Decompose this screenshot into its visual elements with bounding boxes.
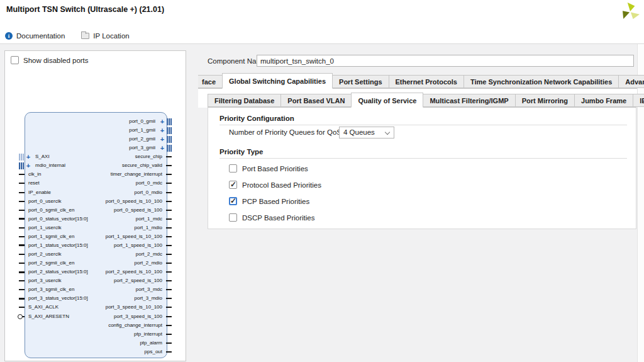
- priority-checkbox-row[interactable]: Protocol Based Priorities: [229, 180, 321, 189]
- port-label: port_2_mdc: [136, 250, 162, 259]
- expand-plus-icon[interactable]: +: [159, 144, 165, 152]
- main-tab[interactable]: Port Settings: [332, 75, 389, 88]
- block-port-left[interactable]: + port_1_userclk: [19, 223, 61, 232]
- block-port-right[interactable]: + port_3_speed_is_100: [114, 312, 172, 321]
- block-port-right[interactable]: + port_0_gmii: [129, 117, 172, 126]
- block-port-right[interactable]: + port_3_mdio: [135, 294, 172, 303]
- block-port-left[interactable]: + port_1_status_vector[15:0]: [19, 241, 88, 250]
- block-port-right[interactable]: + port_0_speed_is_10_100: [106, 197, 172, 206]
- show-disabled-ports-checkbox[interactable]: [11, 56, 19, 64]
- block-port-right[interactable]: + port_2_speed_is_100: [114, 276, 172, 285]
- priority-checkbox[interactable]: [229, 197, 237, 205]
- block-port-right[interactable]: + port_3_mdc: [136, 285, 172, 294]
- priority-checkbox[interactable]: [229, 213, 237, 222]
- block-port-left[interactable]: + port_0_sgmii_clk_en: [19, 206, 74, 215]
- block-port-right[interactable]: + port_0_mdio: [135, 188, 172, 197]
- block-port-right[interactable]: + port_1_speed_is_100: [114, 241, 172, 250]
- expand-plus-icon[interactable]: +: [159, 127, 165, 134]
- block-port-left[interactable]: + port_0_status_vector[15:0]: [19, 215, 88, 223]
- block-port-right[interactable]: + port_1_gmii: [129, 126, 172, 135]
- sub-tab[interactable]: Port Mirroring: [515, 94, 575, 107]
- sub-tab[interactable]: Filtering Database: [208, 94, 281, 107]
- block-port-right[interactable]: + port_3_speed_is_10_100: [106, 303, 172, 312]
- port-label: S_AXI: [35, 152, 50, 161]
- block-port-right[interactable]: + port_1_mdio: [135, 223, 172, 232]
- show-disabled-ports-label: Show disabled ports: [23, 57, 89, 64]
- block-port-left[interactable]: + S_AXI_ACLK: [19, 303, 58, 312]
- port-label: port_1_sgmii_clk_en: [28, 232, 74, 241]
- block-port-right[interactable]: + secure_chip: [135, 152, 172, 161]
- block-port-left[interactable]: + clk_in: [19, 170, 41, 179]
- priority-checkbox-row[interactable]: PCP Based Priorities: [229, 196, 309, 206]
- expand-plus-icon[interactable]: +: [159, 135, 165, 143]
- block-port-right[interactable]: + port_1_mdc: [136, 215, 172, 223]
- sub-tab[interactable]: Quality of Service: [351, 93, 423, 108]
- expand-plus-icon[interactable]: +: [25, 153, 31, 161]
- main-tab[interactable]: Time Synchronization Network Capabilitie…: [464, 75, 619, 88]
- block-port-right[interactable]: + config_change_interrupt: [108, 321, 172, 330]
- expand-plus-icon[interactable]: +: [159, 118, 165, 125]
- priority-checkbox-row[interactable]: Port Based Priorities: [229, 164, 308, 173]
- block-port-left[interactable]: + mdio_internal: [19, 161, 65, 170]
- block-port-right[interactable]: + port_2_mdc: [136, 250, 172, 259]
- block-port-left[interactable]: + S_AXI: [19, 152, 50, 161]
- block-port-right[interactable]: + port_0_mdc: [136, 179, 172, 188]
- main-tab[interactable]: Advanced settings: [618, 75, 644, 88]
- ip-location-link[interactable]: IP Location: [93, 32, 129, 40]
- block-port-right[interactable]: + port_2_speed_is_10_100: [106, 268, 172, 276]
- expand-plus-icon[interactable]: +: [25, 162, 31, 169]
- block-port-left[interactable]: + S_AXI_ARESETN: [19, 312, 69, 321]
- block-port-right[interactable]: + port_2_mdio: [135, 259, 172, 268]
- documentation-link[interactable]: Documentation: [16, 32, 65, 40]
- sub-tab[interactable]: Port Based VLAN: [280, 94, 352, 107]
- block-port-right[interactable]: + pps_out: [145, 348, 172, 356]
- block-port-left[interactable]: + port_1_sgmii_clk_en: [19, 232, 74, 241]
- pin-stub: [166, 263, 172, 264]
- block-port-left[interactable]: + port_2_sgmii_clk_en: [19, 259, 74, 268]
- queues-count-dropdown[interactable]: 4 Queues: [339, 127, 394, 139]
- block-port-left[interactable]: + port_2_userclk: [19, 250, 61, 259]
- main-tab[interactable]: Global Switching Capabilities: [222, 73, 333, 89]
- port-label: port_0_gmii: [129, 117, 155, 126]
- port-label: port_2_sgmii_clk_en: [28, 259, 74, 268]
- block-port-left[interactable]: + port_3_userclk: [19, 276, 61, 285]
- sub-tab[interactable]: IEEE802.1X: [633, 94, 644, 107]
- block-port-left[interactable]: + IP_enable: [19, 188, 51, 197]
- port-label: config_change_interrupt: [108, 321, 162, 330]
- block-port-left[interactable]: + port_3_sgmii_clk_en: [19, 285, 74, 294]
- block-port-right[interactable]: + secure_chip_valid: [122, 161, 172, 170]
- block-port-left[interactable]: + port_0_userclk: [19, 197, 61, 206]
- main-tab[interactable]: face: [198, 75, 223, 88]
- block-port-left[interactable]: + port_2_status_vector[15:0]: [19, 268, 88, 276]
- port-label: timer_change_interrupt: [111, 170, 162, 179]
- priority-type-title: Priority Type: [219, 148, 263, 156]
- queues-count-label: Number of Priority Queues for QoS: [229, 128, 341, 136]
- block-port-right[interactable]: + port_0_speed_is_100: [114, 206, 172, 215]
- right-scroll-track[interactable]: [637, 44, 644, 362]
- pin-stub: [19, 201, 25, 202]
- pin-stub: [166, 227, 172, 229]
- block-port-right[interactable]: + port_1_speed_is_10_100: [106, 232, 172, 241]
- port-label: port_0_status_vector[15:0]: [28, 215, 88, 223]
- sub-tab[interactable]: Multicast Filtering/IGMP: [423, 94, 515, 107]
- block-port-right[interactable]: + port_2_gmii: [129, 135, 172, 144]
- priority-checkbox-row[interactable]: DSCP Based Priorities: [229, 213, 314, 222]
- port-label: port_2_status_vector[15:0]: [28, 268, 88, 276]
- priority-checkbox[interactable]: [229, 164, 237, 173]
- block-port-right[interactable]: + port_3_gmii: [129, 144, 172, 152]
- sub-tab[interactable]: Jumbo Frame: [574, 94, 633, 107]
- block-port-right[interactable]: + ptp_interrupt: [134, 330, 172, 339]
- component-name-input[interactable]: [257, 55, 634, 67]
- pin-stub: [19, 210, 25, 211]
- bus-interface-icon: [167, 118, 172, 125]
- block-port-left[interactable]: + port_3_status_vector[15:0]: [19, 294, 88, 303]
- main-tab[interactable]: Ethernet Protocols: [389, 75, 464, 88]
- show-disabled-ports-row[interactable]: Show disabled ports: [11, 56, 89, 64]
- port-label: port_3_userclk: [28, 276, 61, 285]
- priority-checkbox[interactable]: [229, 181, 237, 189]
- port-label: ptp_alarm: [140, 339, 162, 348]
- block-port-left[interactable]: + reset: [19, 179, 40, 188]
- port-label: port_3_status_vector[15:0]: [28, 294, 88, 303]
- block-port-right[interactable]: + timer_change_interrupt: [111, 170, 172, 179]
- block-port-right[interactable]: + ptp_alarm: [140, 339, 172, 348]
